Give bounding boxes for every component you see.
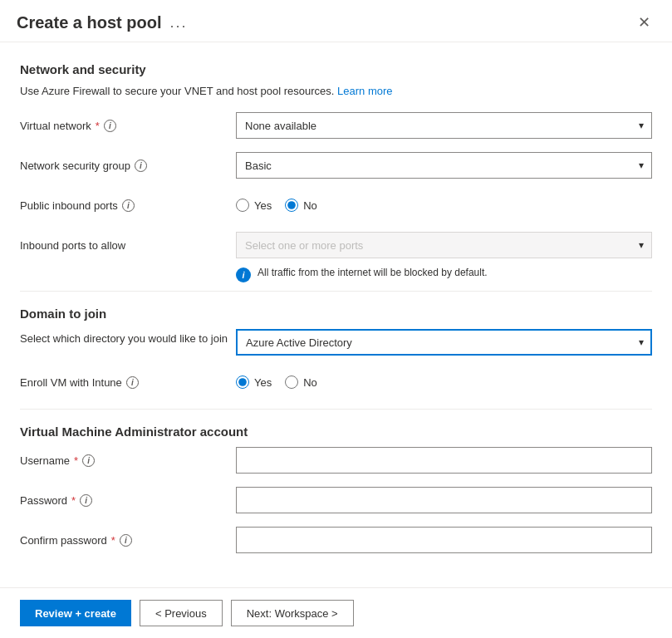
enroll-vm-no-option[interactable]: No [285, 375, 317, 389]
review-create-button[interactable]: Review + create [20, 600, 131, 626]
next-button[interactable]: Next: Workspace > [231, 600, 354, 626]
username-info-icon[interactable]: i [82, 454, 95, 467]
dialog-title: Create a host pool [17, 13, 161, 32]
network-security-group-select-wrapper: Basic ▾ [236, 152, 652, 179]
network-security-section: Network and security Use Azure Firewall … [20, 62, 652, 282]
enroll-vm-yes-option[interactable]: Yes [236, 375, 272, 389]
public-inbound-yes-radio[interactable] [236, 199, 249, 212]
username-label: Username * i [20, 454, 236, 467]
network-security-title: Network and security [20, 62, 652, 76]
section-divider-1 [20, 291, 652, 292]
confirm-password-info-icon[interactable]: i [120, 534, 132, 547]
public-inbound-ports-radio-group: Yes No [236, 199, 652, 212]
inbound-ports-row: Inbound ports to allow Select one or mor… [20, 232, 652, 258]
info-note: i All traffic from the internet will be … [236, 267, 652, 282]
confirm-password-label: Confirm password * i [20, 534, 236, 547]
enroll-vm-yes-radio[interactable] [236, 375, 249, 389]
domain-to-join-section: Domain to join Select which directory yo… [20, 307, 652, 395]
enroll-vm-info-icon[interactable]: i [126, 376, 139, 389]
confirm-password-input[interactable] [236, 527, 652, 553]
enroll-vm-row: Enroll VM with Intune i Yes No [20, 369, 652, 395]
dialog-dots: ... [169, 14, 187, 32]
dialog-title-row: Create a host pool ... [17, 13, 188, 32]
domain-to-join-title: Domain to join [20, 307, 652, 321]
previous-button[interactable]: < Previous [140, 600, 223, 626]
dialog-header: Create a host pool ... ✕ [0, 0, 672, 42]
section-divider-2 [20, 409, 652, 410]
inbound-ports-select-wrapper: Select one or more ports ▾ [236, 232, 652, 258]
public-inbound-ports-label: Public inbound ports i [20, 199, 236, 212]
enroll-vm-label: Enroll VM with Intune i [20, 376, 236, 389]
virtual-network-select[interactable]: None available [236, 112, 652, 139]
dialog-body: Network and security Use Azure Firewall … [0, 42, 672, 587]
directory-select-wrapper: Azure Active Directory ▾ [236, 329, 652, 356]
network-security-group-info-icon[interactable]: i [135, 160, 147, 172]
inbound-ports-select[interactable]: Select one or more ports [236, 232, 652, 258]
public-inbound-ports-row: Public inbound ports i Yes No [20, 192, 652, 218]
password-row: Password * i [20, 487, 652, 513]
password-label: Password * i [20, 494, 236, 507]
virtual-network-label: Virtual network * i [20, 120, 236, 132]
public-inbound-yes-option[interactable]: Yes [236, 199, 272, 212]
password-input[interactable] [236, 487, 652, 513]
inbound-ports-label: Inbound ports to allow [20, 239, 236, 252]
create-host-pool-dialog: Create a host pool ... ✕ Network and sec… [0, 0, 672, 638]
network-security-group-label: Network security group i [20, 160, 236, 172]
directory-label: Select which directory you would like to… [20, 329, 236, 345]
public-inbound-ports-info-icon[interactable]: i [122, 199, 135, 212]
confirm-password-input-wrapper [236, 527, 652, 553]
confirm-password-row: Confirm password * i [20, 527, 652, 553]
virtual-network-row: Virtual network * i None available ▾ [20, 112, 652, 139]
close-button[interactable]: ✕ [633, 12, 655, 33]
required-indicator: * [96, 120, 100, 132]
username-input-wrapper [236, 447, 652, 474]
username-required: * [74, 454, 78, 467]
password-info-icon[interactable]: i [80, 494, 92, 507]
info-note-icon: i [236, 267, 251, 282]
dialog-footer: Review + create < Previous Next: Workspa… [0, 587, 672, 638]
network-security-group-row: Network security group i Basic ▾ [20, 152, 652, 179]
password-required: * [71, 494, 76, 507]
password-input-wrapper [236, 487, 652, 513]
directory-row: Select which directory you would like to… [20, 329, 652, 356]
public-inbound-no-radio[interactable] [285, 199, 298, 212]
enroll-vm-no-radio[interactable] [285, 375, 298, 389]
username-input[interactable] [236, 447, 652, 474]
public-inbound-no-option[interactable]: No [285, 199, 317, 212]
username-row: Username * i [20, 447, 652, 474]
vm-admin-section: Virtual Machine Administrator account Us… [20, 425, 652, 553]
virtual-network-info-icon[interactable]: i [104, 120, 116, 132]
network-security-group-select[interactable]: Basic [236, 152, 652, 179]
directory-select[interactable]: Azure Active Directory [236, 329, 652, 356]
enroll-vm-radio-group: Yes No [236, 375, 652, 389]
vm-admin-title: Virtual Machine Administrator account [20, 425, 652, 439]
confirm-password-required: * [111, 534, 115, 547]
network-security-desc: Use Azure Firewall to secure your VNET a… [20, 85, 652, 97]
virtual-network-select-wrapper: None available ▾ [236, 112, 652, 139]
learn-more-link[interactable]: Learn more [337, 85, 392, 97]
info-note-text: All traffic from the internet will be bl… [258, 267, 488, 278]
